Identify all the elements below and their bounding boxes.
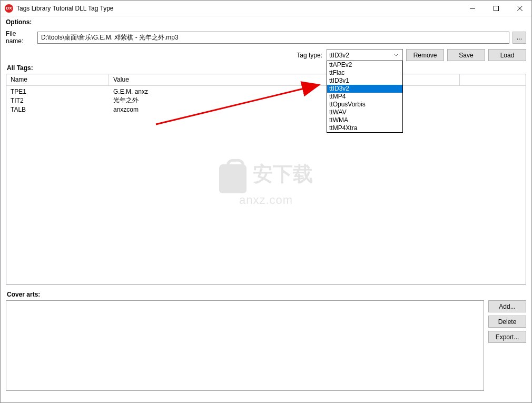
tag-type-dropdown[interactable]: ttAPEv2ttFlacttID3v1ttID3v2ttMP4ttOpusVo…: [327, 61, 403, 133]
svg-rect-1: [494, 6, 498, 11]
load-button[interactable]: Load: [488, 49, 526, 61]
app-icon: DX: [5, 4, 13, 13]
dropdown-item[interactable]: ttMP4Xtra: [327, 124, 402, 132]
file-name-label: File name:: [6, 30, 37, 45]
table-row[interactable]: TALBanxzcom: [6, 105, 526, 114]
all-tags-heading: All Tags:: [7, 64, 526, 72]
dropdown-item[interactable]: ttID3v2: [327, 85, 402, 93]
dropdown-item[interactable]: ttWAV: [327, 109, 402, 116]
window-buttons: [460, 1, 531, 16]
tag-type-select[interactable]: ttID3v2: [327, 49, 403, 61]
dropdown-item[interactable]: ttFlac: [327, 69, 402, 77]
chevron-down-icon: [392, 54, 400, 56]
dropdown-item[interactable]: ttMP4: [327, 93, 402, 101]
options-heading: Options:: [6, 18, 526, 26]
table-row[interactable]: TPE1G.E.M. anxz: [6, 87, 526, 96]
save-button[interactable]: Save: [447, 49, 485, 61]
delete-cover-button[interactable]: Delete: [488, 316, 526, 328]
dropdown-item[interactable]: ttID3v1: [327, 77, 402, 85]
tag-type-label: Tag type:: [297, 52, 322, 59]
watermark-lock-icon: [219, 164, 247, 193]
column-blank: [460, 74, 526, 85]
watermark: 安下载 anxz.com: [219, 161, 313, 207]
title-bar: DX Tags Library Tutorial DLL Tag Type: [1, 1, 531, 16]
export-cover-button[interactable]: Export...: [488, 331, 526, 343]
tags-panel: Name Value TPE1G.E.M. anxzTIT2光年之外TALBan…: [6, 74, 526, 284]
cell-value: anxzcom: [109, 106, 526, 113]
add-cover-button[interactable]: Add...: [488, 300, 526, 312]
dropdown-item[interactable]: ttWMA: [327, 116, 402, 124]
browse-button[interactable]: ...: [513, 32, 526, 44]
tags-body[interactable]: TPE1G.E.M. anxzTIT2光年之外TALBanxzcom: [6, 86, 526, 115]
remove-button[interactable]: Remove: [406, 49, 444, 61]
cell-value: 光年之外: [109, 96, 526, 105]
column-name[interactable]: Name: [6, 74, 109, 85]
column-value[interactable]: Value: [109, 74, 460, 85]
cell-name: TIT2: [6, 97, 109, 104]
cell-value: G.E.M. anxz: [109, 88, 526, 95]
dropdown-item[interactable]: ttAPEv2: [327, 61, 402, 69]
cover-arts-heading: Cover arts:: [7, 291, 526, 298]
maximize-button[interactable]: [484, 1, 508, 16]
cell-name: TALB: [6, 106, 109, 113]
table-row[interactable]: TIT2光年之外: [6, 96, 526, 105]
cover-arts-panel[interactable]: [6, 300, 484, 391]
dropdown-item[interactable]: ttOpusVorbis: [327, 101, 402, 109]
minimize-button[interactable]: [460, 1, 484, 16]
cell-name: TPE1: [6, 88, 109, 95]
close-button[interactable]: [508, 1, 531, 16]
file-name-input[interactable]: [37, 32, 509, 44]
tags-header: Name Value: [6, 74, 526, 86]
window-title: Tags Library Tutorial DLL Tag Type: [16, 5, 460, 12]
tag-type-value: ttID3v2: [329, 52, 349, 59]
